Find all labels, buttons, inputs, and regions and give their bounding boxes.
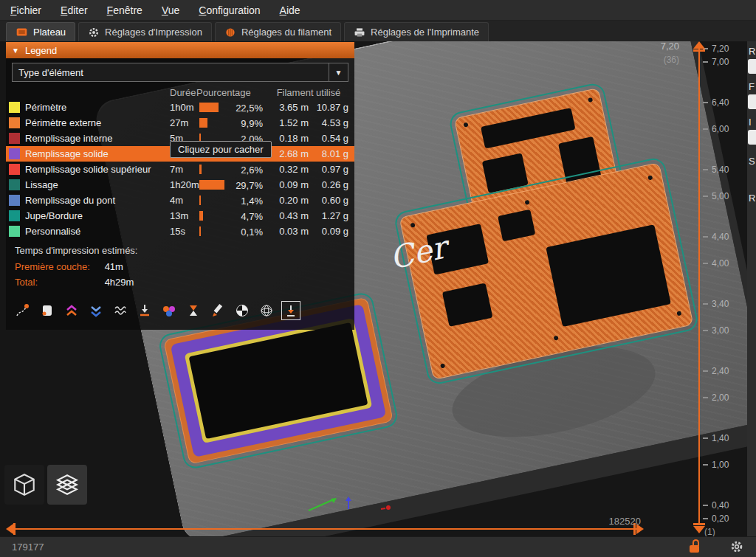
- custom-gcode-icon[interactable]: [208, 301, 227, 320]
- preset-combo-cutoff[interactable]: [748, 59, 756, 74]
- menu-vue[interactable]: Vue: [162, 4, 179, 16]
- layers-icon: [54, 471, 80, 498]
- col-duration: Durée: [161, 87, 196, 98]
- percent-bar: [199, 165, 202, 174]
- layers-view-toggle[interactable]: [47, 465, 87, 505]
- tool-marker-icon[interactable]: [257, 301, 276, 320]
- right-panel-label: I: [749, 117, 752, 128]
- perimeter-region: [185, 318, 373, 443]
- filament-spool-icon: [224, 27, 236, 38]
- feature-filament-g: 0.97 g: [312, 164, 351, 175]
- feature-duration: 1h0m: [161, 102, 196, 113]
- feature-filament-m: 3.65 m: [266, 102, 312, 113]
- application-window: Fichier Editer Fenêtre Vue Configuration…: [0, 0, 756, 557]
- feature-filament-m: 0.03 m: [266, 226, 312, 237]
- tooltip: Cliquez pour cacher: [170, 141, 272, 158]
- menu-editer[interactable]: Editer: [61, 4, 88, 16]
- tab-label: Réglages de l'Imprimante: [371, 27, 479, 38]
- menu-fichier[interactable]: Fichier: [10, 4, 41, 16]
- percent-bar: [199, 226, 201, 236]
- percent-bar: [199, 118, 207, 128]
- right-panel-cutoff: R F I S R: [747, 41, 756, 536]
- seams-icon[interactable]: [62, 301, 81, 320]
- layer-slider-track[interactable]: [698, 49, 700, 525]
- deretractions-icon[interactable]: [135, 301, 154, 320]
- layer-slider-bottom-thumb[interactable]: [693, 526, 705, 533]
- tab-printer-settings[interactable]: Réglages de l'Imprimante: [344, 22, 489, 41]
- feature-filament-m: 0.32 m: [266, 164, 312, 175]
- layer-slider-top-thumb[interactable]: [693, 41, 705, 49]
- percent-bar: [199, 196, 201, 205]
- layer-slider-bottom-thumb-bar[interactable]: [693, 523, 705, 525]
- tab-filament-settings[interactable]: Réglages du filament: [215, 22, 341, 41]
- feature-name: Remplissage solide: [25, 148, 161, 159]
- settings-gear-icon[interactable]: [729, 539, 744, 554]
- legend-toolbar: [6, 292, 354, 320]
- feature-name: Lissage: [25, 179, 161, 190]
- 3d-view-toggle[interactable]: [4, 465, 44, 505]
- tab-label: Réglages du filament: [241, 27, 331, 38]
- moves-slider-track[interactable]: [12, 528, 641, 530]
- feature-filament-g: 0.60 g: [312, 195, 351, 206]
- pause-prints-icon[interactable]: [184, 301, 203, 320]
- menu-fenetre[interactable]: Fenêtre: [107, 4, 142, 16]
- menu-aide[interactable]: Aide: [280, 4, 300, 16]
- combo-dropdown-icon[interactable]: ▼: [329, 63, 348, 82]
- first-layer-value: 41m: [105, 261, 123, 272]
- feature-filament-g: 4.53 g: [312, 117, 351, 128]
- feature-name: Remplissage solide supérieur: [25, 164, 161, 175]
- center-of-gravity-icon[interactable]: [233, 301, 252, 320]
- feature-duration: 7m: [161, 164, 196, 175]
- legend-title: Legend: [25, 45, 57, 56]
- retractions-icon[interactable]: [86, 301, 106, 320]
- layer-height-value: 7,20: [636, 41, 679, 52]
- feature-color-swatch: [9, 164, 20, 175]
- legend-row[interactable]: Remplissage solide supérieur 7m 2,6% 0.3…: [6, 162, 354, 177]
- preset-combo-cutoff[interactable]: [748, 130, 756, 145]
- plater-icon: [16, 26, 28, 38]
- legend-header[interactable]: ▼ Legend: [6, 42, 354, 58]
- moves-slider-left-thumb-bar[interactable]: [13, 523, 16, 535]
- feature-percent: 29,7%: [236, 179, 263, 190]
- feature-filament-m: 0.18 m: [266, 133, 312, 144]
- moves-slider-left-thumb[interactable]: [6, 524, 13, 534]
- legend-row[interactable]: Lissage 1h20m 29,7% 0.09 m 0.26 g: [6, 177, 354, 193]
- legend-row[interactable]: Périmètre externe 27m 9,9% 1.52 m 4.53 g: [6, 115, 354, 131]
- feature-filament-m: 0.43 m: [266, 210, 312, 221]
- axes-indicator: [301, 493, 405, 515]
- unlock-icon[interactable]: [688, 539, 701, 554]
- legend-toggle-icon[interactable]: [281, 301, 300, 320]
- tab-plateau[interactable]: Plateau: [6, 22, 75, 41]
- feature-name: Périmètre: [25, 102, 161, 113]
- feature-name: Périmètre externe: [25, 117, 161, 128]
- feature-name: Personnalisé: [25, 226, 161, 237]
- feature-percent: 4,7%: [241, 210, 263, 221]
- feature-percent: 2,6%: [241, 164, 263, 175]
- feature-color-swatch: [9, 133, 20, 144]
- feature-filament-m: 0.09 m: [266, 179, 312, 190]
- feature-percent-cell: 0,1%: [196, 224, 266, 239]
- feature-filament-g: 0.54 g: [312, 133, 351, 144]
- tab-label: Plateau: [33, 27, 66, 38]
- feature-percent-cell: 4,7%: [196, 208, 266, 224]
- feature-filament-g: 0.09 g: [312, 226, 351, 237]
- shells-icon[interactable]: [38, 301, 57, 320]
- view-type-select[interactable]: Type d'élément: [12, 63, 329, 82]
- right-panel-label: R: [749, 46, 755, 57]
- feature-percent-cell: 9,9%: [196, 115, 266, 131]
- legend-row[interactable]: Personnalisé 15s 0,1% 0.03 m 0.09 g: [6, 224, 354, 239]
- layer-number-bottom: (1): [704, 527, 715, 537]
- menu-configuration[interactable]: Configuration: [199, 4, 260, 16]
- wipe-moves-icon[interactable]: [111, 301, 130, 320]
- legend-row[interactable]: Jupe/Bordure 13m 4,7% 0.43 m 1.27 g: [6, 208, 354, 224]
- tab-label: Réglages d'Impression: [105, 27, 202, 38]
- legend-row[interactable]: Remplissage du pont 4m 1,4% 0.20 m 0.60 …: [6, 193, 354, 208]
- tab-print-settings[interactable]: Réglages d'Impression: [78, 22, 212, 41]
- preset-combo-cutoff[interactable]: [748, 94, 756, 109]
- layer-number-top: (36): [636, 55, 679, 65]
- layer-slider-top-thumb-bar[interactable]: [693, 49, 705, 52]
- travels-icon[interactable]: [13, 301, 32, 320]
- feature-color-swatch: [9, 226, 20, 237]
- legend-row[interactable]: Périmètre 1h0m 22,5% 3.65 m 10.87 g: [6, 100, 354, 115]
- color-changes-icon[interactable]: [159, 301, 179, 320]
